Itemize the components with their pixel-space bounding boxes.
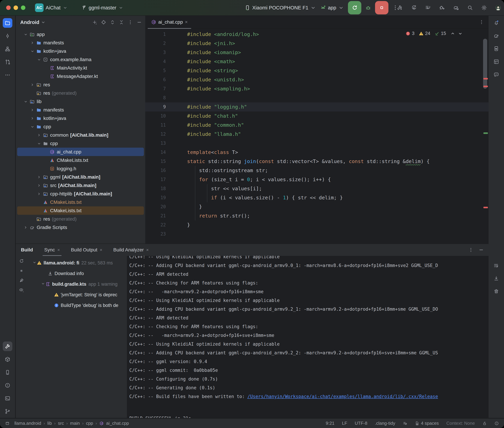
debug-button[interactable]: [365, 5, 371, 11]
pin-icon[interactable]: [19, 278, 24, 283]
formatter-icon[interactable]: [403, 421, 407, 426]
indent-config[interactable]: 4 spaces: [415, 421, 439, 426]
build-hammer-tool-button[interactable]: [3, 342, 12, 351]
soft-wrap-tool-button[interactable]: [491, 261, 501, 271]
project-view-selector[interactable]: Android: [20, 19, 39, 25]
breadcrumb-item[interactable]: ai_chat.cpp: [106, 421, 129, 426]
tree-item-lib[interactable]: lib: [17, 97, 144, 106]
gradle-sync-icon[interactable]: [453, 5, 459, 11]
expand-chevron-icon[interactable]: [36, 175, 42, 179]
collapse-chevron-icon[interactable]: [36, 141, 42, 146]
build-tab-sync[interactable]: Sync×: [43, 244, 61, 256]
hide-icon[interactable]: [137, 20, 142, 25]
inspections-widget[interactable]: 3 24 15: [405, 31, 463, 36]
build-tab-build-output[interactable]: Build Output×: [69, 244, 104, 256]
tree-item-cmakelists-txt[interactable]: CMakeLists.txt: [17, 198, 144, 206]
expand-chevron-icon[interactable]: [36, 192, 42, 196]
build-output-link[interactable]: /Users/hanyin/Workspace/ai-chat/examples…: [248, 394, 438, 399]
code-line[interactable]: 20 }: [145, 202, 488, 211]
tree-item-kotlin-java[interactable]: kotlin+java: [17, 47, 144, 55]
tree-item-manifests[interactable]: manifests: [17, 106, 144, 114]
code-area[interactable]: 1#include <android/log.h>2#include <jni.…: [145, 29, 488, 244]
tree-item-gradle-scripts[interactable]: Gradle Scripts: [17, 223, 144, 231]
expand-chevron-icon[interactable]: [29, 108, 35, 112]
error-stripe-mark[interactable]: [483, 78, 488, 80]
code-line[interactable]: 21 return str.str();: [145, 211, 488, 220]
clang-tidy-status[interactable]: .clang-tidy: [375, 421, 395, 426]
layout-inspector-tool-button[interactable]: [491, 57, 501, 66]
code-line[interactable]: 14template<class T>: [145, 148, 488, 157]
minimize-window-button[interactable]: [14, 6, 18, 10]
eye-icon[interactable]: [19, 287, 24, 293]
file-encoding[interactable]: UTF-8: [355, 421, 367, 426]
avatar[interactable]: [495, 5, 501, 11]
run-configuration-selector[interactable]: app: [320, 5, 344, 11]
git-tool-button[interactable]: [3, 407, 12, 416]
tree-item-res[interactable]: res(generated): [17, 215, 144, 223]
next-problem-button[interactable]: [458, 31, 463, 36]
expand-chevron-icon[interactable]: [29, 82, 35, 87]
stop-square-icon[interactable]: [19, 268, 24, 273]
breadcrumb-item[interactable]: cpp: [86, 421, 93, 426]
tree-item-ai-chat-cpp[interactable]: Cai_chat.cpp: [17, 148, 144, 156]
code-line[interactable]: 7#include <sampling.h>: [145, 84, 488, 93]
code-line[interactable]: 4#include <cmath>: [145, 57, 488, 66]
tree-item-app[interactable]: app: [17, 30, 144, 39]
collapse-all-icon[interactable]: [119, 20, 124, 25]
hide-icon[interactable]: [479, 247, 484, 252]
build-console[interactable]: C/C++: -- Using KleidiAI optimized kerne…: [127, 256, 488, 418]
build-tree-item[interactable]: Download info: [16, 268, 127, 279]
code-line[interactable]: 9#include "logging.h": [145, 102, 488, 112]
error-stripe-mark[interactable]: [483, 86, 488, 87]
collapse-chevron-icon[interactable]: [23, 32, 29, 37]
notifications-tool-button[interactable]: [491, 18, 501, 27]
vcs-branch-widget[interactable]: ggml-master: [81, 5, 123, 11]
build-tree-item[interactable]: llama.android: fi22 sec, 583 ms: [16, 258, 127, 268]
code-line[interactable]: 13: [145, 139, 488, 148]
rerun-button[interactable]: [348, 1, 361, 14]
tree-item-cpp-httplib[interactable]: cpp-httplib[AiChat.lib.main]: [17, 189, 144, 198]
code-line[interactable]: 12#include "llama.h": [145, 130, 488, 139]
line-ending[interactable]: LF: [342, 421, 347, 426]
tree-item-com-example-llama[interactable]: com.example.llama: [17, 55, 144, 64]
search-everywhere-icon[interactable]: [467, 5, 473, 11]
tree-item-res[interactable]: res: [17, 81, 144, 89]
problems-indicator-icon[interactable]: [494, 421, 499, 426]
tree-item-messageadapter-kt[interactable]: MessageAdapter.kt: [17, 72, 144, 81]
close-tab-button[interactable]: ×: [100, 247, 102, 253]
previous-problem-button[interactable]: [450, 31, 455, 36]
tree-item-cmakelists-txt[interactable]: CMakeLists.txt: [17, 206, 144, 215]
code-line[interactable]: 6#include <unistd.h>: [145, 75, 488, 84]
tab-options-button[interactable]: [479, 19, 484, 25]
editor-scrollbar[interactable]: [483, 39, 487, 89]
project-widget[interactable]: AC AiChat: [35, 3, 68, 12]
build-tree-item[interactable]: 'jvmTarget: String' is deprec: [16, 289, 127, 300]
refresh-icon[interactable]: [19, 259, 24, 264]
expand-chevron-icon[interactable]: [36, 183, 42, 188]
stop-button[interactable]: [375, 1, 388, 14]
code-line[interactable]: 19 if (i < values.size() - 1) { str << d…: [145, 193, 488, 202]
breadcrumb-item[interactable]: llama.android: [14, 421, 41, 426]
tree-item-ggml[interactable]: ggml[AiChat.lib.main]: [17, 173, 144, 181]
context-indicator[interactable]: Context: None: [446, 421, 475, 426]
tree-item-mainactivity-kt[interactable]: MainActivity.kt: [17, 64, 144, 72]
assistant-tool-button[interactable]: [491, 70, 501, 80]
settings-icon[interactable]: [481, 5, 487, 11]
code-line[interactable]: 15static std::string join(const std::vec…: [145, 157, 488, 166]
add-icon[interactable]: [92, 20, 97, 25]
gradle-tool-button[interactable]: [491, 31, 501, 41]
expand-all-icon[interactable]: [110, 20, 115, 25]
clear-tool-button[interactable]: [491, 286, 501, 296]
tree-item-kotlin-java[interactable]: kotlin+java: [17, 114, 144, 123]
expand-chevron-icon[interactable]: [23, 225, 29, 230]
attach-debugger-icon[interactable]: [439, 5, 445, 11]
tree-item-cmakelists-txt[interactable]: CMakeLists.txt: [17, 156, 144, 165]
code-line[interactable]: 8: [145, 93, 488, 102]
expand-chevron-icon[interactable]: [29, 116, 35, 121]
device-explorer-tool-button[interactable]: [491, 44, 501, 53]
more-vert-icon[interactable]: [128, 20, 133, 25]
tree-item-res[interactable]: res(generated): [17, 89, 144, 97]
collapse-chevron-icon[interactable]: [29, 49, 35, 53]
pull-request-tool-button[interactable]: [3, 57, 12, 67]
device-selector[interactable]: Xiaomi POCOPHONE F1: [244, 5, 316, 11]
